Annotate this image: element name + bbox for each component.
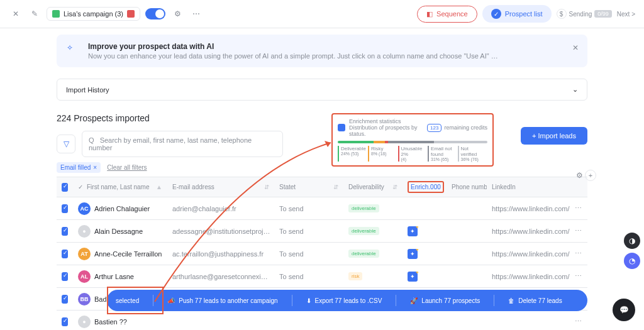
row-checkbox[interactable] xyxy=(62,204,68,213)
row-checkbox[interactable] xyxy=(62,272,68,281)
prospect-list-button[interactable]: ✓ Prospect list xyxy=(482,5,552,23)
search-placeholder: Search by email, first name, last name, … xyxy=(89,136,252,151)
settings-icon[interactable]: ⚙ xyxy=(170,7,184,21)
th-enrich[interactable]: Enrich.000 xyxy=(402,181,447,193)
widget-1[interactable]: ◑ xyxy=(624,233,640,249)
credits-count: 123 xyxy=(427,124,441,132)
th-phone[interactable]: Phone number xyxy=(447,184,487,190)
prospect-name: Anne-Cecile Terraillon xyxy=(94,250,162,258)
table-row[interactable]: ACAdrien Chalaguieradrien@chalaguier.frT… xyxy=(57,197,587,220)
chat-button[interactable]: 💬 xyxy=(613,299,635,321)
campaign-chip[interactable]: Lisa's campaign (3) xyxy=(47,7,140,21)
bulk-action-bar: selected 📣Push 77 leads to another campa… xyxy=(107,290,587,311)
th-linkedin[interactable]: LinkedIn xyxy=(487,184,570,190)
linkedin-link[interactable]: https://www.linkedin.com/in/… xyxy=(487,273,570,280)
import-leads-button[interactable]: + Import leads xyxy=(521,127,587,145)
clock-icon: ◧ xyxy=(426,10,433,18)
megaphone-icon: 📣 xyxy=(167,297,175,304)
selected-count: selected xyxy=(116,297,139,304)
th-deliverability[interactable]: Deliverability⇵ xyxy=(343,184,402,190)
credits-label: remaining credits xyxy=(444,124,487,131)
clear-filters-link[interactable]: Clear all filters xyxy=(107,164,147,171)
launch-prospects-button[interactable]: 🚀Launch 77 prospects xyxy=(410,297,480,304)
side-widgets: ◑ ◔ xyxy=(624,233,640,269)
linkedin-link[interactable]: https://www.linkedin.com/in/… xyxy=(487,228,570,235)
enrich-icon[interactable]: ✦ xyxy=(408,249,418,259)
stats-icon xyxy=(338,124,345,131)
linkedin-link[interactable]: https://www.linkedin.com/in/… xyxy=(487,250,570,258)
avatar: ● xyxy=(78,225,91,238)
campaign-name: Lisa's campaign (3) xyxy=(64,10,123,18)
filter-chip-email[interactable]: Email filled × xyxy=(57,162,101,173)
prospect-status: To send xyxy=(279,228,304,235)
deliverability-tag: risk xyxy=(348,272,362,280)
th-email[interactable]: E-mail address⇵ xyxy=(167,184,274,190)
filter-icon[interactable]: ▽ xyxy=(57,135,75,153)
campaign-color-1 xyxy=(52,10,60,18)
sending-count: 0/99 xyxy=(594,10,612,18)
enrich-icon[interactable]: ✦ xyxy=(408,272,418,282)
import-history-accordion[interactable]: Import History ⌄ xyxy=(57,79,587,101)
more-icon[interactable]: ⋯ xyxy=(189,7,203,21)
banner-subtitle: Now you can enhance your lead data using… xyxy=(88,52,498,60)
rocket-icon: 🚀 xyxy=(410,297,418,304)
row-more-icon[interactable]: ⋯ xyxy=(570,204,587,212)
close-icon[interactable]: ✕ xyxy=(9,7,23,21)
row-checkbox[interactable] xyxy=(62,295,68,304)
row-checkbox[interactable] xyxy=(62,227,68,236)
select-all-checkbox[interactable] xyxy=(62,183,68,192)
row-checkbox[interactable] xyxy=(62,250,68,258)
download-icon: ⬇ xyxy=(306,297,311,304)
table-settings-icon[interactable]: ⚙ xyxy=(574,170,585,181)
dollar-icon: $ xyxy=(557,9,567,19)
avatar: ● xyxy=(78,316,91,328)
chevron-down-icon: ⌄ xyxy=(572,85,578,94)
wand-icon[interactable]: ✎ xyxy=(28,7,42,21)
delete-leads-button[interactable]: 🗑Delete 77 leads xyxy=(508,297,562,304)
sparkle-icon: ✧ xyxy=(67,43,79,56)
import-history-label: Import History xyxy=(66,86,109,94)
table-row[interactable]: ●Alain Dessagneadessagne@institutionsetp… xyxy=(57,220,587,243)
search-input[interactable]: Q Search by email, first name, last name… xyxy=(82,131,283,157)
sequence-label: Sequence xyxy=(436,10,468,18)
avatar: AT xyxy=(78,248,91,260)
add-column-icon[interactable]: + xyxy=(585,170,596,181)
export-csv-button[interactable]: ⬇Export 77 leads to .CSV xyxy=(306,297,382,304)
stats-bar xyxy=(338,141,487,143)
prospect-list-label: Prospect list xyxy=(505,10,543,18)
row-more-icon[interactable]: ⋯ xyxy=(570,272,587,280)
avatar: AL xyxy=(78,270,91,283)
table-row[interactable]: ATAnne-Cecile Terraillonac.terraillon@ju… xyxy=(57,243,587,265)
sending-indicator: $ Sending 0/99 xyxy=(557,9,612,19)
linkedin-link[interactable]: https://www.linkedin.com/in/… xyxy=(487,205,570,212)
search-icon: Q xyxy=(89,136,94,144)
campaign-toggle[interactable] xyxy=(145,8,165,19)
sequence-button[interactable]: ◧ Sequence xyxy=(417,6,477,23)
trash-icon: 🗑 xyxy=(508,297,514,304)
th-name[interactable]: ✓First name, Last name▲ xyxy=(73,184,167,190)
banner-close-icon[interactable]: ✕ xyxy=(572,43,579,52)
widget-2[interactable]: ◔ xyxy=(624,253,640,269)
campaign-color-2 xyxy=(127,10,135,18)
prospect-name: Bastien ?? xyxy=(94,318,127,326)
row-more-icon[interactable]: ⋯ xyxy=(570,227,587,235)
row-more-icon[interactable]: ⋯ xyxy=(570,250,587,258)
row-more-icon[interactable]: ⋯ xyxy=(570,317,587,326)
prospect-email: adessagne@institutionsetproj… xyxy=(167,228,274,235)
prospect-name: Adrien Chalaguier xyxy=(94,205,150,212)
table-row[interactable]: ALArthur Lasnearthurlasne@garesetconnexi… xyxy=(57,265,587,288)
prospect-email: ac.terraillon@justhappiness.fr xyxy=(167,250,274,258)
table-row[interactable]: ●Bastien ??⋯ xyxy=(57,311,587,330)
filter-chip-label: Email filled xyxy=(60,164,91,171)
enrich-icon[interactable]: ✦ xyxy=(408,226,418,236)
row-checkbox[interactable] xyxy=(62,317,68,326)
chip-close-icon[interactable]: × xyxy=(93,164,97,171)
prospect-name: Arthur Lasne xyxy=(94,273,134,280)
topbar: ✕ ✎ Lisa's campaign (3) ⚙ ⋯ ◧ Sequence ✓… xyxy=(0,0,644,28)
prospect-email: arthurlasne@garesetconnexi… xyxy=(167,273,274,280)
prospect-status: To send xyxy=(279,205,304,212)
push-leads-button[interactable]: 📣Push 77 leads to another campaign xyxy=(167,297,277,304)
check-icon: ✓ xyxy=(491,9,501,19)
next-button[interactable]: Next > xyxy=(617,11,635,18)
th-status[interactable]: Statet⇵ xyxy=(274,184,343,190)
